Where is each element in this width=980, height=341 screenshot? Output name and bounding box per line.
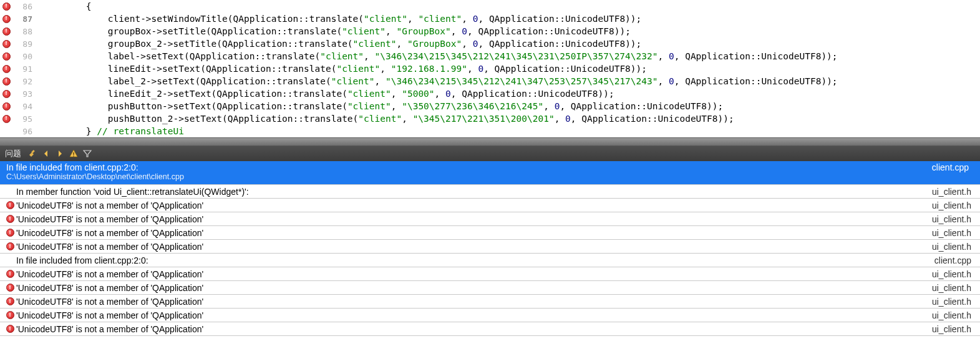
arrow-right-icon[interactable] [55, 149, 65, 159]
error-icon: ! [6, 284, 14, 292]
problem-file: ui_client.h [932, 242, 976, 252]
warning-icon[interactable] [69, 149, 79, 159]
code-text[interactable]: groupBox->setTitle(QApplication::transla… [42, 26, 980, 36]
line-number: 96 [12, 127, 36, 136]
line-number: 92 [12, 77, 36, 86]
code-text[interactable]: client->setWindowTitle(QApplication::tra… [42, 14, 980, 24]
error-icon: ! [2, 77, 11, 86]
problem-file: ui_client.h [932, 228, 976, 238]
error-icon: ! [6, 215, 14, 223]
problems-panel-header: 问题 [0, 146, 980, 161]
gutter: !93 [0, 89, 42, 99]
problem-row[interactable]: !'UnicodeUTF8' is not a member of 'QAppl… [0, 212, 980, 226]
error-icon: ! [6, 242, 14, 250]
code-text[interactable]: lineEdit_2->setText(QApplication::transl… [42, 89, 980, 99]
code-text[interactable]: lineEdit->setText(QApplication::translat… [42, 64, 980, 74]
problem-icon-slot: ! [4, 297, 16, 305]
error-icon: ! [6, 229, 14, 237]
code-text[interactable]: pushButton_2->setText(QApplication::tran… [42, 114, 980, 124]
problem-row[interactable]: In member function 'void Ui_client::retr… [0, 185, 980, 199]
error-marker-column: ! [0, 90, 12, 98]
gutter: !87 [0, 14, 42, 24]
code-line[interactable]: !95 pushButton_2->setText(QApplication::… [0, 112, 980, 125]
pane-divider[interactable] [0, 137, 980, 146]
code-text[interactable]: label_2->setText(QApplication::translate… [42, 76, 980, 86]
code-line[interactable]: !87 client->setWindowTitle(QApplication:… [0, 12, 980, 25]
error-marker-column: ! [0, 2, 12, 11]
code-text[interactable]: { [42, 1, 980, 11]
line-number: 90 [12, 52, 36, 61]
error-icon: ! [6, 311, 14, 319]
line-number: 95 [12, 114, 36, 124]
line-number: 94 [12, 102, 36, 111]
error-marker-column: ! [0, 52, 12, 61]
code-text[interactable]: } // retranslateUi [42, 126, 980, 136]
code-line[interactable]: !88 groupBox->setTitle(QApplication::tra… [0, 25, 980, 37]
problem-message: 'UnicodeUTF8' is not a member of 'QAppli… [16, 269, 932, 279]
problem-icon-slot: ! [4, 270, 16, 278]
problem-icon-slot: ! [4, 325, 16, 333]
code-editor[interactable]: !86 {!87 client->setWindowTitle(QApplica… [0, 0, 980, 137]
gutter: !91 [0, 64, 42, 74]
gutter: !92 [0, 77, 42, 86]
hammer-icon[interactable] [27, 149, 37, 159]
code-line[interactable]: !92 label_2->setText(QApplication::trans… [0, 75, 980, 87]
problem-icon-slot: ! [4, 284, 16, 292]
code-line[interactable]: !86 { [0, 0, 980, 12]
error-icon: ! [6, 325, 14, 333]
line-number: 91 [12, 64, 36, 74]
code-line[interactable]: !91 lineEdit->setText(QApplication::tran… [0, 62, 980, 75]
problem-row[interactable]: !'UnicodeUTF8' is not a member of 'QAppl… [0, 226, 980, 240]
gutter: 96 [0, 127, 42, 136]
problem-row[interactable]: !'UnicodeUTF8' is not a member of 'QAppl… [0, 322, 980, 336]
problem-row[interactable]: !'UnicodeUTF8' is not a member of 'QAppl… [0, 281, 980, 295]
problem-file: ui_client.h [932, 297, 976, 307]
problem-file: ui_client.h [932, 283, 976, 293]
code-line[interactable]: !90 label->setText(QApplication::transla… [0, 50, 980, 62]
error-icon: ! [2, 40, 11, 48]
problem-message: 'UnicodeUTF8' is not a member of 'QAppli… [16, 297, 932, 307]
filter-icon[interactable] [82, 149, 92, 159]
problem-row[interactable]: !'UnicodeUTF8' is not a member of 'QAppl… [0, 267, 980, 281]
problems-list[interactable]: In file included from client.cpp:2:0:cli… [0, 161, 980, 341]
problem-message: 'UnicodeUTF8' is not a member of 'QAppli… [16, 242, 932, 252]
problem-message: 'UnicodeUTF8' is not a member of 'QAppli… [16, 200, 932, 210]
error-icon: ! [2, 65, 11, 73]
line-number: 93 [12, 89, 36, 99]
problem-message: 'UnicodeUTF8' is not a member of 'QAppli… [16, 310, 932, 320]
error-icon: ! [6, 201, 14, 209]
code-text[interactable]: groupBox_2->setTitle(QApplication::trans… [42, 39, 980, 49]
arrow-left-icon[interactable] [41, 149, 51, 159]
error-icon: ! [2, 52, 11, 61]
code-line[interactable]: !89 groupBox_2->setTitle(QApplication::t… [0, 37, 980, 50]
problem-row[interactable]: In file included from client.cpp:2:0:cli… [0, 161, 980, 185]
error-marker-column: ! [0, 65, 12, 73]
problem-row[interactable]: !'UnicodeUTF8' is not a member of 'QAppl… [0, 309, 980, 322]
code-text[interactable]: label->setText(QApplication::translate("… [42, 51, 980, 61]
problem-file: ui_client.h [932, 214, 976, 224]
problem-message: In member function 'void Ui_client::retr… [16, 187, 932, 197]
error-marker-column: ! [0, 15, 12, 23]
problem-message: 'UnicodeUTF8' is not a member of 'QAppli… [16, 228, 932, 238]
code-line[interactable]: 96 } // retranslateUi [0, 125, 980, 137]
problem-row[interactable]: In file included from client.cpp:2:0:cli… [0, 254, 980, 267]
problem-icon-slot: ! [4, 311, 16, 319]
problem-file: client.cpp [932, 162, 974, 172]
problem-file: ui_client.h [932, 200, 976, 210]
problem-row[interactable]: !'UnicodeUTF8' is not a member of 'QAppl… [0, 199, 980, 212]
problems-panel-title: 问题 [5, 148, 21, 159]
code-text[interactable]: pushButton->setText(QApplication::transl… [42, 101, 980, 111]
error-icon: ! [2, 27, 11, 36]
problem-file: client.cpp [934, 255, 976, 265]
problem-file: ui_client.h [932, 310, 976, 320]
problems-toolbar [27, 149, 92, 159]
line-number: 88 [12, 27, 36, 36]
code-line[interactable]: !94 pushButton->setText(QApplication::tr… [0, 100, 980, 112]
problem-row[interactable]: !'UnicodeUTF8' is not a member of 'QAppl… [0, 295, 980, 309]
problem-file: ui_client.h [932, 187, 976, 197]
code-line[interactable]: !93 lineEdit_2->setText(QApplication::tr… [0, 87, 980, 100]
problem-row[interactable]: !'UnicodeUTF8' is not a member of 'QAppl… [0, 240, 980, 254]
error-icon: ! [2, 2, 11, 11]
problem-file: ui_client.h [932, 324, 976, 334]
gutter: !94 [0, 102, 42, 111]
